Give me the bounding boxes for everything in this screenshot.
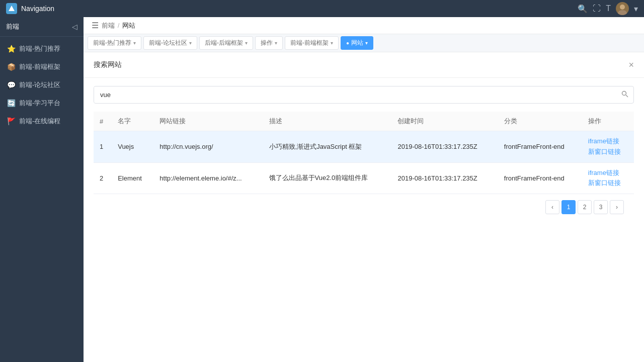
- svg-point-1: [620, 5, 625, 10]
- hamburger-icon[interactable]: ☰: [92, 21, 99, 30]
- table-row: 1 Vuejs http://cn.vuejs.org/ 小巧精致,渐进式Jav…: [94, 131, 634, 163]
- row1-category: frontFrameFront-end: [498, 131, 582, 163]
- tab-frontend-label: 前端-前端框架: [290, 39, 329, 47]
- tab-frontend-arrow: ▾: [331, 40, 333, 46]
- sidebar-item-framework[interactable]: 📦 前端-前端框架: [0, 58, 84, 76]
- search-bar: [94, 86, 634, 104]
- tab-ops[interactable]: 操作 ▾: [255, 36, 283, 50]
- col-desc: 描述: [263, 112, 392, 131]
- tab-backend-arrow: ▾: [245, 40, 248, 46]
- tab-website-label: 网站: [351, 39, 363, 47]
- tab-ops-arrow: ▾: [275, 40, 277, 46]
- search-input[interactable]: [94, 87, 616, 103]
- top-bar-right: 🔍 ⛶ T ▾: [578, 2, 638, 15]
- sidebar-item-label: 前端-前端框架: [19, 62, 60, 71]
- tab-website[interactable]: ● 网站 ▾: [341, 36, 373, 50]
- sidebar-item-label: 前端-学习平台: [19, 99, 60, 108]
- col-name: 名字: [112, 112, 153, 131]
- next-page-button[interactable]: ›: [610, 200, 624, 214]
- tab-hot-label: 前端-热门推荐: [93, 39, 131, 47]
- col-index: #: [94, 112, 112, 131]
- search-icon[interactable]: 🔍: [578, 4, 588, 14]
- font-icon[interactable]: T: [606, 4, 611, 13]
- cycle-icon: 🔄: [7, 99, 15, 107]
- top-bar-left: Navigation: [6, 3, 54, 14]
- results-table: # 名字 网站链接 描述 创建时间 分类 操作: [94, 112, 634, 194]
- tab-ops-label: 操作: [261, 39, 273, 47]
- row1-newwin-link[interactable]: 新窗口链接: [588, 147, 628, 157]
- tab-hot[interactable]: 前端-热门推荐 ▾: [88, 36, 141, 50]
- top-bar: Navigation 🔍 ⛶ T ▾: [0, 0, 644, 17]
- table-head: # 名字 网站链接 描述 创建时间 分类 操作: [94, 112, 634, 131]
- search-modal: 搜索网站 ×: [84, 52, 644, 362]
- row2-index: 2: [94, 162, 112, 194]
- sidebar-item-learning[interactable]: 🔄 前端-学习平台: [0, 94, 84, 112]
- svg-point-2: [618, 10, 627, 15]
- breadcrumb-separator: /: [118, 22, 119, 29]
- modal-title: 搜索网站: [94, 60, 122, 69]
- row1-name: Vuejs: [112, 131, 153, 163]
- tab-bar: 前端-热门推荐 ▾ 前端-论坛社区 ▾ 后端-后端框架 ▾ 操作 ▾ 前端-前端…: [84, 34, 644, 52]
- svg-line-8: [626, 95, 628, 97]
- row1-iframe-link[interactable]: iframe链接: [588, 136, 628, 147]
- col-url: 网站链接: [153, 112, 263, 131]
- col-actions: 操作: [582, 112, 634, 131]
- search-submit-button[interactable]: [616, 86, 633, 103]
- modal-header: 搜索网站 ×: [84, 52, 644, 78]
- sidebar-title: 前端: [6, 22, 19, 31]
- sidebar-item-label: 前端-热门推荐: [19, 44, 60, 53]
- row1-index: 1: [94, 131, 112, 163]
- row2-created: 2019-08-16T01:33:17.235Z: [391, 162, 498, 194]
- modal-body: # 名字 网站链接 描述 创建时间 分类 操作: [84, 78, 644, 362]
- sidebar-item-forum[interactable]: 💬 前端-论坛社区: [0, 76, 84, 94]
- tab-forum-arrow: ▾: [189, 40, 192, 46]
- row2-desc: 饿了么出品基于Vue2.0前端组件库: [263, 162, 392, 194]
- expand-icon[interactable]: ⛶: [593, 4, 601, 13]
- breadcrumb-bar: ☰ 前端 / 网站: [84, 17, 644, 34]
- breadcrumb-parent[interactable]: 前端: [102, 21, 115, 30]
- sidebar-item-coding[interactable]: 🚩 前端-在线编程: [0, 112, 84, 130]
- svg-point-7: [622, 92, 626, 96]
- tab-active-dot: ●: [346, 40, 349, 46]
- row2-category: frontFrameFront-end: [498, 162, 582, 194]
- page-2-button[interactable]: 2: [578, 200, 592, 214]
- main-area: 前端 ◁ ⭐ 前端-热门推荐 📦 前端-前端框架 💬 前端-论坛社区 🔄: [0, 17, 644, 362]
- row2-iframe-link[interactable]: iframe链接: [588, 168, 628, 178]
- sidebar-collapse-icon[interactable]: ◁: [72, 23, 77, 31]
- modal-close-button[interactable]: ×: [628, 60, 634, 69]
- tab-forum-label: 前端-论坛社区: [149, 39, 187, 47]
- breadcrumb-current: 网站: [122, 21, 135, 30]
- chat-icon: 💬: [7, 81, 15, 89]
- prev-page-button[interactable]: ‹: [545, 200, 559, 214]
- page-3-button[interactable]: 3: [594, 200, 608, 214]
- tab-forum[interactable]: 前端-论坛社区 ▾: [143, 36, 197, 50]
- content-area: ☰ 前端 / 网站 前端-热门推荐 ▾ 前端-论坛社区 ▾ 后端-后端框架 ▾: [84, 17, 644, 362]
- row2-url: http://element.eleme.io/#/z...: [153, 162, 263, 194]
- row2-actions: iframe链接 新窗口链接: [582, 162, 634, 194]
- row2-name: Element: [112, 162, 153, 194]
- star-icon: ⭐: [7, 45, 15, 53]
- tab-website-arrow: ▾: [365, 40, 368, 46]
- pagination: ‹ 1 2 3 ›: [94, 194, 634, 220]
- sidebar-item-hot[interactable]: ⭐ 前端-热门推荐: [0, 40, 84, 58]
- sidebar: 前端 ◁ ⭐ 前端-热门推荐 📦 前端-前端框架 💬 前端-论坛社区 🔄: [0, 17, 84, 362]
- page-1-button[interactable]: 1: [561, 200, 576, 214]
- svg-marker-0: [9, 6, 15, 11]
- tab-backend-label: 后端-后端框架: [205, 39, 243, 47]
- table-row: 2 Element http://element.eleme.io/#/z...…: [94, 162, 634, 194]
- tab-backend[interactable]: 后端-后端框架 ▾: [199, 36, 253, 50]
- col-created: 创建时间: [391, 112, 498, 131]
- sidebar-menu: ⭐ 前端-热门推荐 📦 前端-前端框架 💬 前端-论坛社区 🔄 前端-学习平台 …: [0, 37, 84, 133]
- app-logo: [6, 3, 17, 14]
- row1-actions: iframe链接 新窗口链接: [582, 131, 634, 163]
- row1-url: http://cn.vuejs.org/: [153, 131, 263, 163]
- row1-desc: 小巧精致,渐进式JavaScript 框架: [263, 131, 392, 163]
- row1-created: 2019-08-16T01:33:17.235Z: [391, 131, 498, 163]
- row2-newwin-link[interactable]: 新窗口链接: [588, 178, 628, 189]
- tab-hot-arrow: ▾: [133, 40, 136, 46]
- user-dropdown-icon[interactable]: ▾: [634, 4, 638, 14]
- tab-frontend[interactable]: 前端-前端框架 ▾: [285, 36, 339, 50]
- content-wrapper: Vue.js 学习 生态系统 团队 支持 Vue 多语言 参与翻译: [84, 52, 644, 362]
- col-category: 分类: [498, 112, 582, 131]
- avatar[interactable]: [616, 2, 629, 15]
